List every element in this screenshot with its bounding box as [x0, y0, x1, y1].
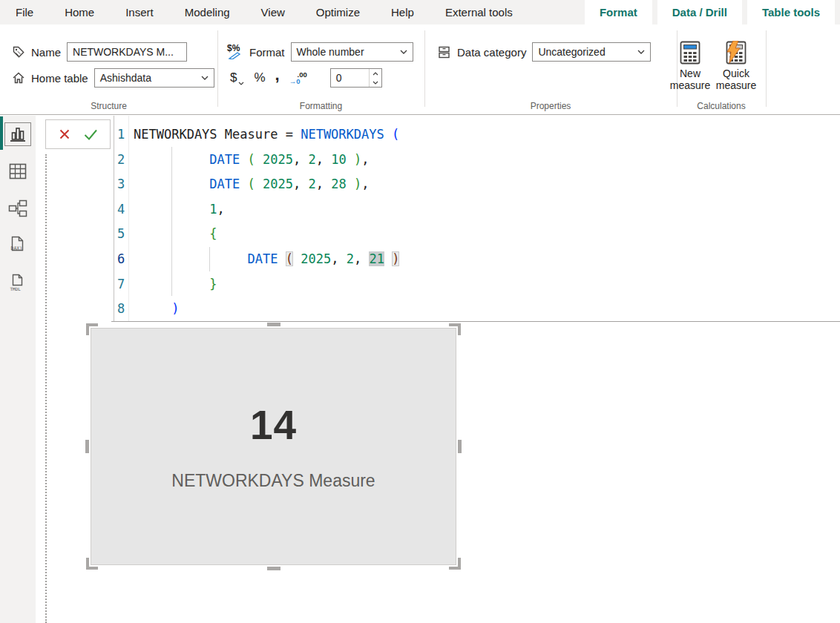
data-category-row: Data category Uncategorized — [437, 42, 651, 62]
code-line-8[interactable]: 8 ) — [36, 296, 840, 321]
tab-table-tools[interactable]: Table tools — [747, 0, 835, 24]
chevron-down-icon — [238, 82, 244, 85]
quick-measure-calculator-icon — [726, 41, 747, 65]
report-view-icon — [8, 125, 27, 143]
currency-format-button[interactable]: $ — [230, 70, 244, 85]
code-line-3[interactable]: 3 DATE ( 2025, 2, 28 ), — [36, 171, 840, 197]
line-number: 8 — [117, 296, 125, 321]
resize-handle-top-right[interactable] — [458, 323, 461, 335]
line-number: 4 — [117, 197, 125, 222]
chevron-down-icon — [400, 50, 407, 54]
svg-text:DAX): DAX) — [11, 245, 23, 251]
code-line-5[interactable]: 5 { — [36, 221, 840, 246]
format-label: Format — [249, 46, 285, 59]
format-value: Whole number — [297, 46, 364, 58]
menu-home[interactable]: Home — [49, 0, 110, 24]
spinner-down-button[interactable] — [370, 78, 381, 87]
menu-file[interactable]: File — [0, 0, 49, 24]
calculations-group-label: Calculations — [677, 101, 766, 111]
home-table-value: Ashishdata — [100, 72, 151, 84]
resize-handle-top[interactable] — [267, 323, 280, 326]
properties-group-label: Properties — [424, 101, 677, 111]
dax-formula-editor[interactable]: 1NETWORKDAYS Measure = NETWORKDAYS (2 DA… — [36, 116, 840, 321]
sidebar-item-dax-query-view[interactable]: DAX) — [0, 227, 36, 264]
thousands-separator-button[interactable]: , — [275, 71, 280, 79]
chevron-down-icon — [637, 50, 645, 54]
line-number: 1 — [117, 122, 125, 147]
line-number: 5 — [117, 221, 125, 246]
resize-handle-top-left[interactable] — [86, 323, 89, 335]
card-value: 14 — [91, 401, 456, 449]
format-icon: $% — [227, 44, 243, 59]
menu-insert[interactable]: Insert — [110, 0, 169, 24]
measure-name-row: Name — [12, 42, 187, 62]
code-line-6[interactable]: 6 DATE ( 2025, 2, 21 ) — [36, 246, 840, 271]
group-separator — [217, 30, 218, 107]
data-category-icon — [437, 45, 451, 59]
card-label: NETWORKDAYS Measure — [91, 471, 456, 491]
new-measure-calculator-icon — [680, 41, 700, 65]
tab-data-drill[interactable]: Data / Drill — [657, 0, 742, 24]
menu-view[interactable]: View — [246, 0, 301, 24]
menu-modeling[interactable]: Modeling — [169, 0, 246, 24]
formula-editor-bottom-border — [111, 321, 840, 322]
line-number: 2 — [117, 147, 125, 172]
chevron-down-icon — [201, 76, 209, 80]
line-number: 6 — [117, 246, 125, 271]
line-number: 3 — [117, 171, 125, 197]
new-measure-label: New measure — [670, 67, 710, 91]
quick-measure-button[interactable]: Quick measure — [712, 41, 760, 91]
decimal-places-icon[interactable]: .00 →0 — [289, 71, 307, 85]
card-visual[interactable]: 14 NETWORKDAYS Measure — [91, 328, 456, 565]
sidebar-item-table-view[interactable] — [0, 153, 36, 190]
menu-help[interactable]: Help — [375, 0, 430, 24]
group-separator — [424, 30, 425, 107]
format-select[interactable]: Whole number — [291, 42, 413, 62]
tmdl-view-icon: TMDL — [9, 273, 27, 292]
home-table-select[interactable]: Ashishdata — [94, 68, 214, 88]
tab-format[interactable]: Format — [585, 0, 652, 24]
sidebar-item-tmdl-view[interactable]: TMDL — [0, 264, 36, 301]
quick-measure-label: Quick measure — [716, 67, 756, 91]
menu-items: FileHomeInsertModelingViewOptimizeHelpEx… — [0, 0, 528, 24]
code-line-4[interactable]: 4 1, — [36, 197, 840, 222]
data-category-label: Data category — [457, 46, 526, 59]
line-number: 7 — [117, 271, 125, 297]
measure-name-input[interactable] — [67, 42, 187, 62]
formatting-group-label: Formatting — [217, 101, 424, 111]
code-line-7[interactable]: 7 } — [36, 271, 840, 297]
data-category-select[interactable]: Uncategorized — [532, 42, 651, 62]
format-row: $% Format Whole number — [227, 42, 413, 62]
sidebar-item-model-view[interactable] — [0, 190, 36, 227]
group-separator — [766, 30, 767, 107]
svg-text:TMDL: TMDL — [10, 286, 22, 291]
spinner-up-button[interactable] — [370, 69, 381, 78]
sidebar-item-report-view[interactable] — [0, 116, 36, 153]
card-visual-container[interactable]: 14 NETWORKDAYS Measure — [91, 328, 456, 565]
resize-handle-left[interactable] — [85, 440, 89, 453]
home-table-row: Home table Ashishdata — [12, 68, 214, 88]
structure-group-label: Structure — [0, 101, 217, 111]
decimal-places-value: 0 — [331, 69, 369, 87]
data-category-value: Uncategorized — [538, 46, 605, 58]
name-label: Name — [31, 46, 61, 59]
report-canvas: 1NETWORKDAYS Measure = NETWORKDAYS (2 DA… — [36, 116, 840, 623]
resize-handle-bottom-left[interactable] — [86, 558, 89, 570]
model-view-icon — [8, 200, 27, 217]
new-measure-button[interactable]: New measure — [666, 41, 714, 91]
format-symbols-row: $ % , .00 →0 0 — [230, 68, 382, 88]
percent-format-button[interactable]: % — [254, 70, 265, 85]
tag-icon — [12, 45, 25, 59]
resize-handle-bottom[interactable] — [267, 567, 280, 570]
code-line-1[interactable]: 1NETWORKDAYS Measure = NETWORKDAYS ( — [36, 122, 840, 147]
home-table-label: Home table — [31, 72, 88, 85]
code-line-2[interactable]: 2 DATE ( 2025, 2, 10 ), — [36, 147, 840, 172]
resize-handle-bottom-right[interactable] — [458, 558, 461, 570]
home-icon — [12, 71, 25, 85]
resize-handle-right[interactable] — [458, 440, 462, 453]
menu-external-tools[interactable]: External tools — [430, 0, 528, 24]
menu-optimize[interactable]: Optimize — [301, 0, 375, 24]
view-sidebar: DAX) TMDL — [0, 116, 36, 623]
dax-query-view-icon: DAX) — [9, 236, 27, 255]
decimal-places-spinner[interactable]: 0 — [330, 68, 382, 88]
